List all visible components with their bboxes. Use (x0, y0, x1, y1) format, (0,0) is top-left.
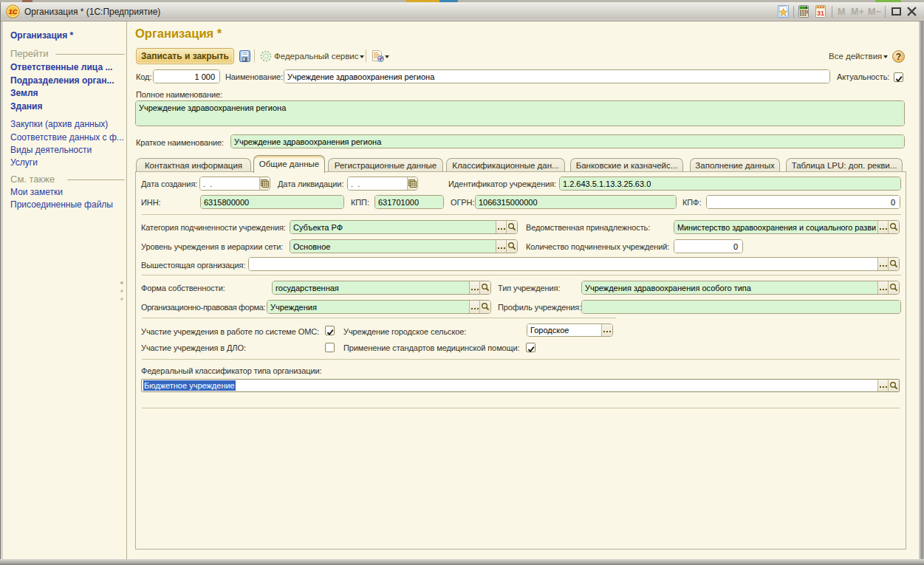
svg-text:31: 31 (817, 10, 824, 17)
svg-text:1C: 1C (8, 7, 17, 16)
